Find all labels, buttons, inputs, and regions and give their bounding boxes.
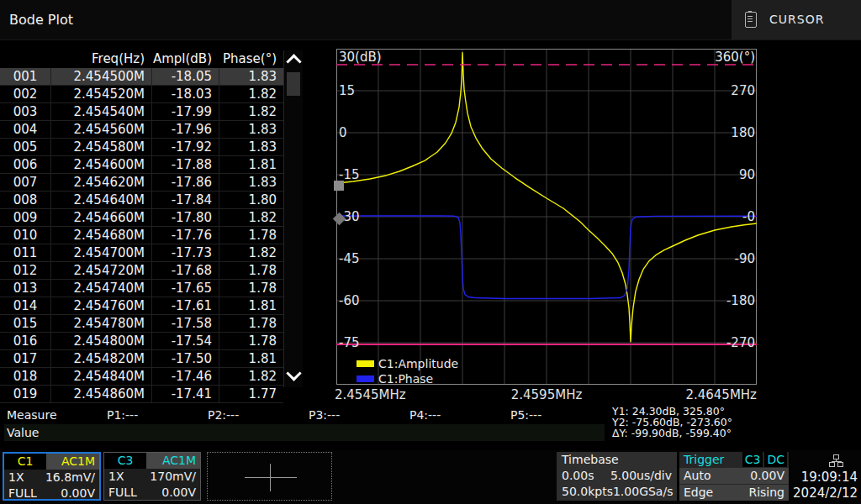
cell-phase: 1.83 <box>219 139 283 155</box>
scroll-down-icon[interactable] <box>286 365 301 381</box>
network-icon <box>829 454 844 467</box>
cell-freq: 2.454660M <box>50 209 151 226</box>
measure-slot-p4[interactable]: P4:--- <box>409 408 441 422</box>
table-row[interactable]: 0182.454840M-17.461.82 <box>0 368 283 386</box>
table-row[interactable]: 0052.454580M-17.921.83 <box>0 139 283 156</box>
table-scrollbar[interactable] <box>283 50 303 387</box>
table-row[interactable]: 0042.454560M-17.961.83 <box>0 121 283 139</box>
table-row[interactable]: 0142.454760M-17.611.81 <box>0 297 283 315</box>
table-row[interactable]: 0032.454540M-17.991.82 <box>0 103 283 121</box>
cell-ampl: -17.58 <box>151 315 219 332</box>
scrollbar-thumb[interactable] <box>287 72 300 96</box>
scroll-up-icon[interactable] <box>286 54 301 69</box>
table-header-row: Freq(Hz) Ampl(dB) Phase(°) <box>0 50 283 68</box>
c1-atten: 1X <box>8 470 24 486</box>
cell-freq: 2.454680M <box>50 227 151 244</box>
cell-phase: 1.78 <box>219 280 283 297</box>
table-row[interactable]: 0152.454780M-17.581.78 <box>0 315 283 333</box>
table-body: 0012.454500M-18.051.830022.454520M-18.03… <box>0 68 283 403</box>
table-row[interactable]: 0122.454720M-17.681.78 <box>0 262 283 280</box>
cell-freq: 2.454840M <box>50 368 151 385</box>
cell-phase: 1.82 <box>219 103 283 120</box>
trigger-mode: Auto <box>684 468 711 484</box>
cell-ampl: -17.92 <box>151 139 219 155</box>
table-row[interactable]: 0022.454520M-18.031.82 <box>0 86 283 103</box>
left-axis-tick: -45 <box>339 251 360 266</box>
top-bar: Bode Plot CURSOR <box>0 0 861 40</box>
cell-freq: 2.454540M <box>50 103 151 120</box>
col-phase: Phase(°) <box>219 50 283 68</box>
table-row[interactable]: 0172.454820M-17.501.81 <box>0 350 283 368</box>
table-row[interactable]: 0192.454860M-17.411.77 <box>0 386 283 403</box>
table-row[interactable]: 0132.454740M-17.651.78 <box>0 280 283 297</box>
timebase-title: Timebase <box>557 452 677 468</box>
cell-index: 015 <box>0 315 50 332</box>
plus-icon-vertical <box>270 464 271 491</box>
cell-index: 001 <box>0 68 50 85</box>
channel-c1-box[interactable]: C1 AC1M 1X16.8mV/ FULL0.00V <box>3 452 101 501</box>
table-row[interactable]: 0062.454600M-17.881.81 <box>0 156 283 174</box>
cell-phase: 1.83 <box>219 68 283 85</box>
table-row[interactable]: 0082.454640M-17.841.80 <box>0 192 283 209</box>
cell-freq: 2.454820M <box>50 350 151 367</box>
right-axis-tick: -270 <box>726 335 755 350</box>
table-row[interactable]: 0112.454700M-17.731.82 <box>0 244 283 262</box>
cell-ampl: -17.41 <box>151 386 219 402</box>
cell-ampl: -17.61 <box>151 297 219 314</box>
cell-ampl: -17.88 <box>151 156 219 173</box>
channel-c3-box[interactable]: C3 AC1M 1X170mV/ FULL0.00V <box>103 452 201 501</box>
status-bar: C1 AC1M 1X16.8mV/ FULL0.00V C3 AC1M 1X17… <box>0 450 861 504</box>
c3-coupling: AC1M <box>146 453 200 469</box>
cell-index: 009 <box>0 209 50 226</box>
cell-index: 005 <box>0 139 50 155</box>
cell-index: 003 <box>0 103 50 120</box>
left-axis-unit-label: 30(dB) <box>339 50 382 65</box>
measure-slot-p3[interactable]: P3:--- <box>309 408 340 422</box>
trigger-level: 0.00V <box>750 468 784 484</box>
timebase-box[interactable]: Timebase 0.00s5.00us/div 50.0kpts1.00GSa… <box>557 452 677 501</box>
cell-phase: 1.81 <box>219 297 283 314</box>
measure-slot-p2[interactable]: P2:--- <box>208 408 239 422</box>
table-row[interactable]: 0012.454500M-18.051.83 <box>0 68 283 86</box>
measure-label: Measure <box>7 408 57 422</box>
left-axis-tick: 0 <box>339 125 347 140</box>
add-channel-box[interactable] <box>207 452 332 501</box>
measure-slot-p1[interactable]: P1:--- <box>107 408 138 422</box>
cursor-list-icon <box>745 12 757 28</box>
c1-bandwidth: FULL <box>8 486 37 501</box>
right-axis-tick: -90 <box>735 251 756 266</box>
timebase-points: 50.0kpts <box>562 484 613 500</box>
cell-index: 018 <box>0 368 50 385</box>
legend-phase-label: C1:Phase <box>378 372 433 386</box>
trigger-type: Edge <box>684 485 713 501</box>
table-row[interactable]: 0072.454620M-17.861.83 <box>0 174 283 192</box>
cell-ampl: -17.86 <box>151 174 219 191</box>
legend-phase: C1:Phase <box>357 370 458 385</box>
cell-ampl: -17.99 <box>151 103 219 120</box>
table-row[interactable]: 0092.454660M-17.801.82 <box>0 209 283 227</box>
cursor-menu-button[interactable]: CURSOR <box>732 0 861 39</box>
trigger-box[interactable]: Trigger C3 DC Auto0.00V EdgeRising <box>679 452 789 501</box>
legend-amplitude: C1:Amplitude <box>357 354 458 370</box>
c1-coupling: AC1M <box>46 454 99 470</box>
clock-time: 19:09:14 <box>801 470 858 485</box>
cell-freq: 2.454620M <box>50 174 151 191</box>
cursor-button-label: CURSOR <box>769 13 824 26</box>
measure-slot-p5[interactable]: P5:--- <box>510 408 541 422</box>
cell-freq: 2.454860M <box>50 386 151 402</box>
right-axis-tick: -0 <box>742 209 755 224</box>
cell-index: 017 <box>0 350 50 367</box>
left-axis-tick: -60 <box>339 293 360 308</box>
cell-ampl: -17.73 <box>151 244 219 261</box>
legend-amplitude-label: C1:Amplitude <box>378 357 458 370</box>
amplitude-ref-marker[interactable] <box>334 181 344 191</box>
bode-plot-canvas[interactable] <box>336 49 757 385</box>
table-row[interactable]: 0162.454800M-17.541.78 <box>0 333 283 350</box>
cell-phase: 1.80 <box>219 192 283 208</box>
measure-value-panel <box>4 424 605 441</box>
plus-icon <box>245 477 297 478</box>
bode-plot[interactable]: 30(dB) 360(°) 150-15-30-45-60-75 2701809… <box>331 46 769 409</box>
cell-index: 013 <box>0 280 50 297</box>
cell-phase: 1.83 <box>219 121 283 138</box>
table-row[interactable]: 0102.454680M-17.761.78 <box>0 227 283 244</box>
